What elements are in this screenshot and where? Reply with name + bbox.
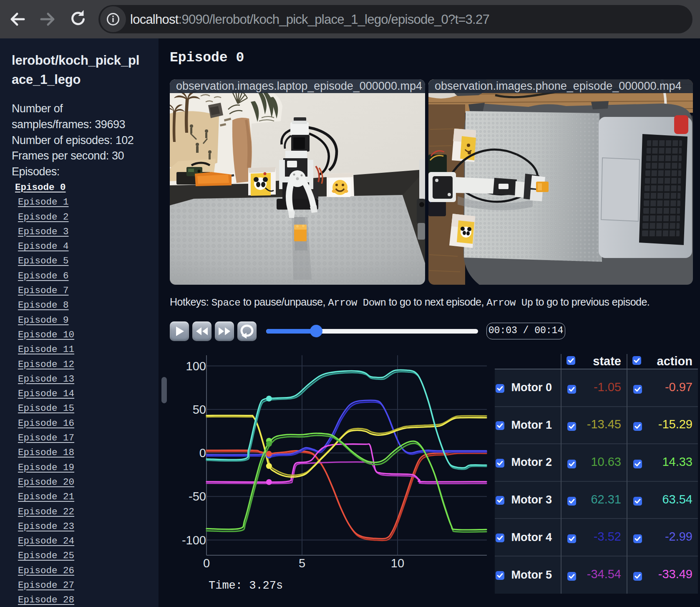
svg-text:50: 50	[193, 403, 206, 416]
svg-text:0: 0	[199, 446, 206, 460]
svg-text:-100: -100	[182, 534, 206, 547]
svg-text:100: 100	[186, 359, 206, 373]
svg-text:5: 5	[299, 556, 305, 570]
svg-text:-50: -50	[189, 490, 206, 503]
svg-text:10: 10	[391, 556, 404, 570]
svg-text:0: 0	[203, 556, 210, 570]
